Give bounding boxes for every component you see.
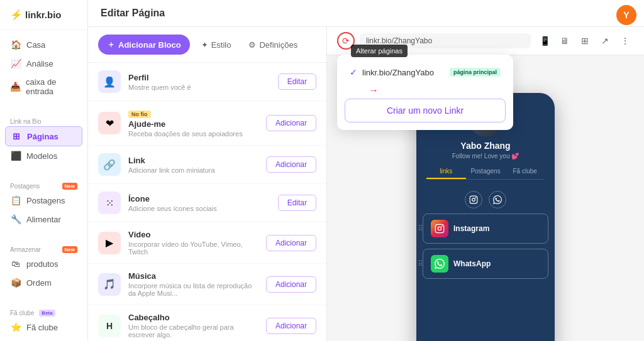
paginas-icon: ⊞	[11, 131, 22, 141]
check-icon: ✓	[350, 67, 357, 77]
blocks-list: 👤 Perfil Mostre quem você é Editar ❤ No …	[88, 63, 326, 341]
dropdown-page-item[interactable]: ✓ linkr.bio/ZhangYabo página principal	[345, 62, 506, 82]
definicoes-icon: ⚙	[248, 40, 256, 50]
postagens-badge: New	[62, 183, 77, 190]
desktop-view-button[interactable]: 🖥	[556, 32, 574, 50]
grid-view-button[interactable]: ⊞	[576, 32, 594, 50]
sidebar-item-label-ordem: Ordem	[26, 278, 52, 288]
more-options-button[interactable]: ⋮	[616, 32, 634, 50]
sidebar-item-alimentar[interactable]: 🔧 Alimentar	[0, 210, 87, 229]
svg-point-5	[441, 225, 443, 227]
estilo-label: Estilo	[211, 40, 231, 50]
block-info-icone: Ícone Adicione seus ícones sociais	[128, 194, 270, 212]
block-item-video: ▶ Vídeo Incorporar vídeo do YouTube, Vim…	[88, 222, 326, 264]
armazenar-badge: New	[62, 246, 77, 253]
sidebar-item-ordem[interactable]: 📦 Ordem	[0, 273, 87, 292]
instagram-icon	[431, 220, 448, 237]
block-name-link: Link	[128, 156, 258, 165]
block-btn-cabecalho[interactable]: Adicionar	[266, 318, 316, 334]
block-item-cabecalho: H Cabeçalho Um bloco de cabeçalho geral …	[88, 305, 326, 341]
block-icon-perfil: 👤	[98, 70, 121, 93]
sidebar-item-paginas[interactable]: ⊞ Páginas	[5, 126, 82, 146]
link-bio-label: Link na Bio	[0, 116, 87, 126]
svg-point-4	[438, 227, 441, 230]
block-icon-ajude: ❤	[98, 112, 121, 134]
add-block-button[interactable]: ＋ Adicionar Bloco	[98, 35, 190, 55]
whatsapp-label: WhatsApp	[453, 259, 491, 268]
sidebar-item-fa-clube[interactable]: ⭐ Fã clube	[0, 318, 87, 337]
alimentar-icon: 🔧	[10, 214, 21, 224]
dropdown-page-url: linkr.bio/ZhangYabo	[362, 68, 445, 77]
phone-tab-postagens[interactable]: Postagens	[466, 165, 506, 179]
fa-clube-badge: Beta	[39, 310, 55, 317]
phone-bio: Follow me! Love you 💕	[452, 153, 519, 160]
switch-pages-icon: ⟳	[342, 36, 350, 46]
postagens-label: Postagens New	[0, 180, 87, 191]
share-button[interactable]: ↗	[596, 32, 614, 50]
tab-estilo[interactable]: ✦ Estilo	[195, 36, 238, 54]
svg-point-1	[472, 198, 475, 202]
sidebar-item-label-modelos: Modelos	[26, 151, 57, 161]
block-btn-perfil[interactable]: Editar	[278, 73, 316, 90]
block-name-ajude: Ajude-me	[128, 119, 258, 129]
caixa-icon: 📥	[10, 82, 21, 92]
sidebar-logo: ⚡ linkr.bio	[0, 0, 87, 30]
block-btn-link[interactable]: Adicionar	[266, 156, 316, 173]
block-name-icone: Ícone	[128, 194, 270, 203]
block-item-icone: ⁙ Ícone Adicione seus ícones sociais Edi…	[88, 184, 326, 222]
blocks-panel: ＋ Adicionar Bloco ✦ Estilo ⚙ Definições …	[88, 27, 327, 341]
svg-point-2	[475, 197, 476, 198]
sidebar-armazenar-section: Armazenar New 🛍 produtos 📦 Ordem	[0, 239, 87, 297]
block-icon-link: 🔗	[98, 153, 121, 176]
definicoes-label: Definições	[259, 40, 297, 50]
phone-whatsapp-link-row: ⠿ WhatsApp	[423, 249, 548, 279]
block-desc-link: Adicionar link com miniatura	[128, 166, 258, 174]
sidebar-postagens-section: Postagens New 📋 Postagens 🔧 Alimentar	[0, 175, 87, 234]
arrow-icon: →	[369, 85, 379, 96]
sidebar-item-label-fa-clube: Fã clube	[26, 323, 58, 332]
svg-rect-3	[435, 224, 443, 232]
sidebar-item-label-postagens: Postagens	[26, 196, 65, 205]
phone-tab-links[interactable]: links	[426, 165, 466, 179]
main-area: Editar Página Y ＋ Adicionar Bloco ✦ Esti…	[88, 0, 644, 341]
block-info-ajude: No fio Ajude-me Receba doações de seus a…	[128, 109, 258, 138]
block-name-perfil: Perfil	[128, 73, 270, 82]
tab-definicoes[interactable]: ⚙ Definições	[242, 36, 304, 54]
sidebar-item-casa[interactable]: 🏠 Casa	[0, 35, 87, 54]
sidebar-item-label-casa: Casa	[26, 40, 45, 50]
logo-icon: ⚡	[10, 9, 23, 21]
phone-whatsapp-button[interactable]: WhatsApp	[423, 249, 548, 279]
add-block-label: Adicionar Bloco	[118, 40, 181, 50]
block-icon-video: ▶	[98, 232, 121, 254]
sidebar-item-postagens[interactable]: 📋 Postagens	[0, 191, 87, 210]
sidebar-main-section: 🏠 Casa 📈 Análise 📥 caixa de entrada	[0, 30, 87, 106]
sidebar-link-bio-section: Link na Bio ⊞ Páginas ⬛ Modelos	[0, 111, 87, 170]
create-new-linkr-button[interactable]: Criar um novo Linkr	[345, 99, 506, 122]
sidebar-item-modelos[interactable]: ⬛ Modelos	[0, 146, 87, 165]
block-desc-cabecalho: Um bloco de cabeçalho geral para escreve…	[128, 323, 258, 338]
sidebar-item-label-caixa: caixa de entrada	[26, 77, 77, 96]
preview-panel: ⟳ linkr.bio/ZhangYabo 📱 🖥 ⊞ ↗ ⋮ Alterar …	[327, 27, 644, 341]
sidebar-item-produtos[interactable]: 🛍 produtos	[0, 254, 87, 273]
phone-instagram-button[interactable]: Instagram	[423, 214, 548, 244]
block-btn-icone[interactable]: Editar	[278, 195, 316, 211]
block-info-musica: Música Incorpore música ou lista de repr…	[128, 271, 258, 297]
add-icon: ＋	[107, 39, 115, 50]
sidebar-item-caixa[interactable]: 📥 caixa de entrada	[0, 73, 87, 100]
estilo-icon: ✦	[201, 40, 208, 50]
main-page-badge: página principal	[450, 68, 501, 77]
mobile-view-button[interactable]: 📱	[536, 32, 553, 50]
phone-tab-fa-clube[interactable]: Fã clube	[505, 165, 545, 179]
block-btn-video[interactable]: Adicionar	[266, 235, 316, 251]
block-item-link: 🔗 Link Adicionar link com miniatura Adic…	[88, 146, 326, 184]
whatsapp-icon	[431, 255, 448, 273]
page-title: Editar Página	[101, 8, 165, 19]
sidebar-item-analise[interactable]: 📈 Análise	[0, 54, 87, 73]
block-item-perfil: 👤 Perfil Mostre quem você é Editar	[88, 63, 326, 101]
block-btn-musica[interactable]: Adicionar	[266, 276, 316, 293]
block-icon-icone: ⁙	[98, 192, 121, 214]
blocks-tabs: ＋ Adicionar Bloco ✦ Estilo ⚙ Definições	[88, 27, 326, 63]
casa-icon: 🏠	[10, 40, 21, 50]
block-btn-ajude[interactable]: Adicionar	[266, 115, 316, 131]
block-desc-video: Incorporar vídeo do YouTube, Vimeo, Twit…	[128, 241, 258, 256]
